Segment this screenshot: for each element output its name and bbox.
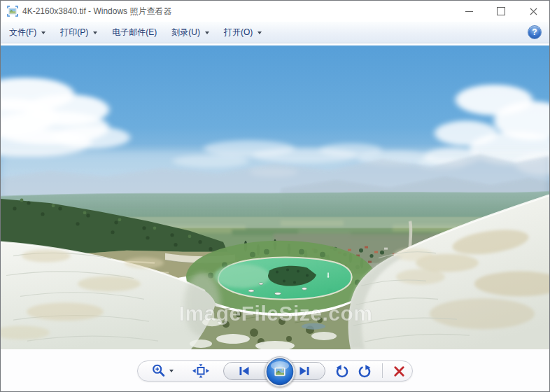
menu-item-open[interactable]: 打开(O) bbox=[218, 24, 268, 41]
rotate-ccw-button[interactable] bbox=[331, 362, 353, 380]
menu-item-label: 打开(O) bbox=[224, 27, 253, 38]
chevron-down-icon bbox=[258, 31, 262, 34]
help-button[interactable]: ? bbox=[528, 25, 542, 39]
chevron-down-icon bbox=[205, 31, 209, 34]
window-title: 4K-2160x3840.tif - Windows 照片查看器 bbox=[22, 6, 171, 18]
menu-item-email[interactable]: 电子邮件(E) bbox=[106, 24, 163, 41]
zoom-button[interactable] bbox=[146, 362, 178, 380]
previous-icon bbox=[237, 365, 251, 377]
actual-size-button[interactable] bbox=[188, 362, 213, 380]
close-button[interactable] bbox=[517, 1, 549, 22]
chevron-down-icon bbox=[41, 31, 45, 34]
menu-item-label: 电子邮件(E) bbox=[112, 27, 157, 38]
window-controls bbox=[453, 1, 549, 22]
photo-toolbar bbox=[1, 349, 549, 391]
menu-bar: 文件(F) 打印(P) 电子邮件(E) 刻录(U) 打开(O) ? bbox=[1, 22, 549, 43]
next-icon bbox=[297, 365, 311, 377]
help-icon: ? bbox=[532, 27, 537, 37]
menu-item-file[interactable]: 文件(F) bbox=[3, 24, 52, 41]
menu-item-print[interactable]: 打印(P) bbox=[54, 24, 104, 41]
app-photo-icon bbox=[7, 6, 18, 17]
rotate-cw-button[interactable] bbox=[353, 362, 376, 380]
title-bar: 4K-2160x3840.tif - Windows 照片查看器 bbox=[1, 1, 549, 22]
rotate-ccw-icon bbox=[334, 364, 350, 379]
delete-icon bbox=[393, 365, 405, 377]
minimize-icon bbox=[465, 11, 473, 12]
photo-viewer-window: 4K-2160x3840.tif - Windows 照片查看器 文件(F) 打… bbox=[0, 0, 550, 392]
actual-size-icon bbox=[192, 363, 210, 379]
menu-item-label: 刻录(U) bbox=[171, 27, 200, 38]
menu-item-label: 文件(F) bbox=[9, 27, 36, 38]
maximize-button[interactable] bbox=[485, 1, 517, 22]
toolbar-separator bbox=[382, 363, 383, 378]
zoom-caret-icon bbox=[169, 370, 174, 372]
photo-view-area: ImageFileSize.com bbox=[1, 43, 549, 349]
menu-item-burn[interactable]: 刻录(U) bbox=[165, 24, 216, 41]
rotate-cw-icon bbox=[357, 364, 372, 379]
watermark-text: ImageFileSize.com bbox=[179, 302, 373, 325]
slideshow-icon bbox=[265, 356, 295, 387]
maximize-icon bbox=[497, 7, 505, 15]
chevron-down-icon bbox=[93, 31, 97, 34]
zoom-icon bbox=[151, 363, 167, 379]
minimize-button[interactable] bbox=[453, 1, 485, 22]
close-icon bbox=[530, 8, 537, 15]
slideshow-button[interactable] bbox=[265, 356, 295, 387]
photo-image: ImageFileSize.com bbox=[1, 46, 549, 349]
menu-item-label: 打印(P) bbox=[60, 27, 88, 38]
previous-button[interactable] bbox=[229, 362, 260, 380]
delete-button[interactable] bbox=[387, 362, 411, 380]
